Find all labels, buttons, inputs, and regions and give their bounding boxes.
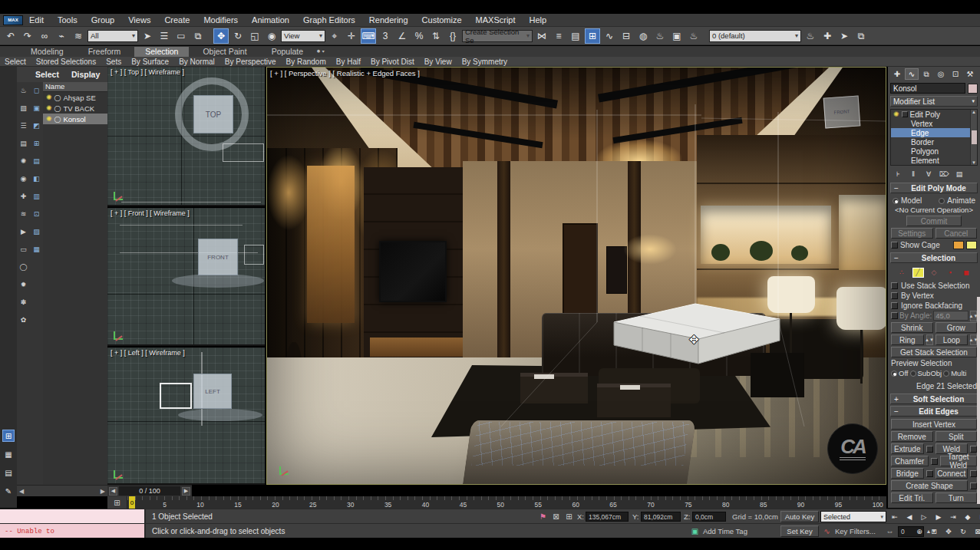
spinner-snap-icon[interactable]: ⇅ [428,28,444,44]
menu-item[interactable]: Modifiers [203,15,238,25]
pin-stack-icon[interactable]: ⊦ [892,169,904,179]
snaps-toggle-icon[interactable]: 3 [378,28,393,44]
create-shape-settings-icon[interactable] [970,482,977,489]
stack-item-edit-poly[interactable]: ✺ Edit Poly [891,110,977,119]
display-toggle-icon-4[interactable]: ⊞ [31,138,42,149]
model-radio[interactable]: Model [893,196,922,205]
scene-explorer-icon[interactable]: ⊞ [585,28,600,44]
app-logo[interactable]: MAX [3,15,23,25]
explorer-tab-select[interactable]: Select [35,70,59,79]
zoom-icon[interactable]: ⊕ [913,525,926,537]
viewport-top[interactable]: [ + ] [ Top ] [ Wireframe ] TOP [107,67,265,206]
stack-subobject-item[interactable]: Polygon [891,147,977,156]
scroll-right-icon[interactable]: ▶ [101,488,105,495]
motion-tab-icon[interactable]: ◎ [934,68,948,80]
display-toggle-icon-9[interactable]: ▨ [31,226,42,237]
align-icon[interactable]: ≡ [551,28,566,44]
by-angle-field[interactable]: 45,0 [933,311,968,321]
menu-item[interactable]: Create [164,15,190,25]
filter-plant-icon[interactable]: ✿ [18,315,29,325]
chamfer-button[interactable]: Chamfer [891,456,929,466]
filter-flower-icon[interactable]: ✽ [18,297,29,308]
border-subobject-icon[interactable]: ◇ [929,268,940,278]
angle-snap-icon[interactable]: ∠ [394,28,410,44]
menu-item[interactable]: Edit [29,15,44,25]
select-and-scale-icon[interactable]: ◱ [247,28,262,44]
pan-icon[interactable]: ✥ [942,525,955,537]
filter-light-icon[interactable]: ✹ [18,279,29,290]
menu-item[interactable]: Graph Editors [303,15,355,25]
viewport-perspective-label[interactable]: [ + ] [ Perspective ] [ Realistic + Edge… [270,69,420,77]
selection-filter-dropdown[interactable]: All▾ [87,30,138,42]
rect-selection-region-icon[interactable]: ▭ [173,28,189,44]
viewcube-front[interactable]: FRONT [198,239,238,275]
render-setup-icon[interactable]: ♨ [652,28,668,44]
time-slider-playhead[interactable]: 0 [129,496,135,509]
redo-icon[interactable]: ↷ [20,28,35,44]
grow-button[interactable]: Grow [935,322,978,333]
menu-item[interactable]: Animation [252,15,289,25]
display-toggle-icon-7[interactable]: ▥ [31,191,42,202]
ribbon-button[interactable]: Stored Selections [36,58,96,66]
shrink-button[interactable]: Shrink [891,322,933,333]
panel-scrollbar[interactable] [977,297,980,504]
ribbon-minimize-icon[interactable]: ⏺ ▾ [317,48,325,57]
object-name-field[interactable]: Konsol [890,83,965,94]
extrude-button[interactable]: Extrude [891,443,924,454]
key-mode-dropdown[interactable]: Selected ▾ [820,511,886,522]
stack-subobject-item[interactable]: Edge [891,128,977,137]
percent-snap-icon[interactable]: % [411,28,427,44]
explorer-tree-item[interactable]: ✺ ◯ Ahşap SE [43,92,107,103]
viewport-left-label[interactable]: [ + ] [ Left ] [ Wireframe ] [111,349,185,357]
connect-button[interactable]: Connect [935,468,968,479]
next-frame-icon[interactable]: ▶ [182,487,190,496]
filter-lightbulb-icon[interactable]: ✺ [18,156,29,166]
filter-list-icon[interactable]: ☰ [18,120,29,131]
cage-color-swatch[interactable] [953,241,964,249]
orbit-icon[interactable]: ↻ [957,525,969,537]
edit-tri-button[interactable]: Edit Tri. [891,492,933,503]
ribbon-button[interactable]: By Surface [131,58,169,66]
stack-scrollbar[interactable]: ▲ ▼ [970,110,977,165]
configure-modifier-sets-icon[interactable]: ▤ [953,169,965,179]
lightbulb-icon[interactable]: ✺ [46,104,52,112]
ribbon-button[interactable]: By Pivot Dist [371,58,414,66]
select-and-place-icon[interactable]: ◉ [264,28,279,44]
display-toggle-icon-1[interactable]: ◻ [31,85,42,96]
menu-item[interactable]: Help [530,15,547,25]
insert-vertex-button[interactable]: Insert Vertex [891,419,977,430]
filter-table-icon[interactable]: ▤ [18,138,29,149]
schematic-view-icon[interactable]: ⊟ [619,28,634,44]
ribbon-button[interactable]: Select [5,58,26,66]
key-mode-icon[interactable]: ◆ [962,511,974,522]
window-crossing-icon[interactable]: ⧉ [190,28,206,44]
display-toggle-icon-2[interactable]: ▣ [31,103,42,114]
weld-settings-icon[interactable] [970,446,977,453]
explorer-tree-item[interactable]: ✺ ◯ Konsol [43,114,107,124]
filter-teapot-icon[interactable]: ♨ [18,85,29,96]
explorer-h-scrollbar[interactable]: ◀ ▶ [17,485,107,496]
chamfer-settings-icon[interactable] [931,458,938,465]
remove-button[interactable]: Remove [891,431,933,442]
bridge-button[interactable]: Bridge [891,468,924,479]
ring-button[interactable]: Ring [891,334,924,345]
show-cage-checkbox[interactable] [891,242,898,249]
stack-subobject-item[interactable]: Element [891,156,977,165]
ribbon-button[interactable]: By Symmetry [462,58,507,66]
menu-item[interactable]: Views [128,15,150,25]
x-coordinate-field[interactable]: 135,067cm [586,512,629,522]
cage-selected-color-swatch[interactable] [966,241,977,249]
maxscript-mini-listener[interactable] [0,509,146,524]
bind-to-spacewarp-icon[interactable]: ≋ [71,28,86,44]
key-filters-label[interactable]: Key Filters... [835,524,876,538]
get-stack-selection-button[interactable]: Get Stack Selection [891,347,977,357]
zoom-extents-icon[interactable]: ⊡ [928,525,940,537]
lightbulb-icon[interactable]: ✺ [893,110,899,118]
z-coordinate-field[interactable]: 0,0cm [692,512,726,522]
ribbon-tab[interactable]: Object Paint [192,47,257,57]
explorer-tab-display[interactable]: Display [71,70,100,79]
object-color-swatch[interactable] [968,84,978,94]
keyboard-override-icon[interactable]: ⌨ [361,28,376,44]
select-object-icon[interactable]: ➤ [140,28,155,44]
previous-frame-icon[interactable]: ◀ [903,511,916,522]
